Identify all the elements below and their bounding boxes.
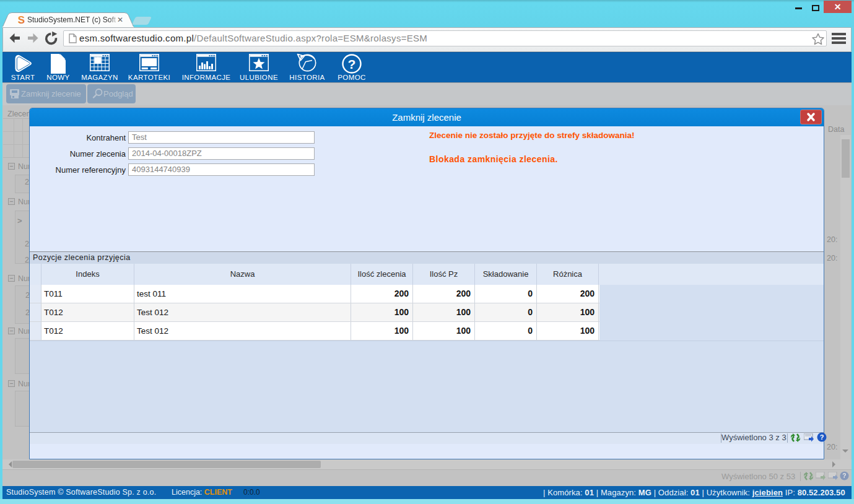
svg-text:?: ? xyxy=(348,57,356,71)
svg-text:S: S xyxy=(18,14,25,25)
svg-text:?: ? xyxy=(820,433,824,441)
svg-text:?: ? xyxy=(842,472,846,479)
